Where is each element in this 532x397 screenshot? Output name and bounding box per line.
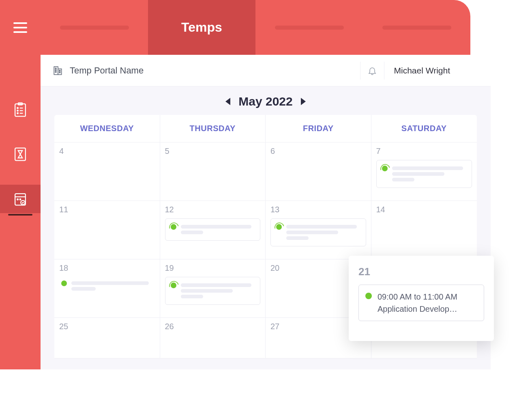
- day-cell[interactable]: 13: [266, 201, 371, 259]
- tab-placeholder-mid[interactable]: [255, 0, 363, 55]
- topbar: Temps: [0, 0, 470, 55]
- tab-placeholder-bar: [60, 26, 129, 30]
- event-chip[interactable]: [376, 160, 472, 188]
- tab-placeholder-left[interactable]: [41, 0, 148, 55]
- day-detail-popup: 21 09:00 AM to 11:00 AM Application Deve…: [349, 256, 494, 341]
- next-month-button[interactable]: [301, 98, 306, 105]
- nav-item-timesheet[interactable]: [0, 140, 41, 168]
- tab-placeholder-bar: [382, 26, 451, 30]
- status-dot-icon: [365, 293, 372, 299]
- event-title: Application Develop…: [378, 303, 457, 315]
- tab-placeholder-bar: [275, 26, 344, 30]
- svg-rect-20: [59, 72, 60, 73]
- popup-day-number: 21: [358, 265, 484, 278]
- event-placeholder-lines: [392, 164, 467, 183]
- status-dot-icon: [276, 224, 282, 230]
- calendar-check-icon: [14, 192, 27, 206]
- prev-month-button[interactable]: [225, 98, 230, 105]
- user-menu[interactable]: Michael Wright: [394, 66, 450, 76]
- event-placeholder-lines: [181, 223, 255, 236]
- day-number: 19: [165, 263, 261, 273]
- day-number: 11: [59, 205, 155, 214]
- day-cell[interactable]: 25: [54, 318, 160, 358]
- weekday-header: FRIDAY: [266, 115, 371, 142]
- day-number: 18: [59, 263, 155, 273]
- day-cell[interactable]: 4: [54, 142, 160, 201]
- event-detail-text: 09:00 AM to 11:00 AM Application Develop…: [378, 291, 457, 315]
- sidebar: [0, 55, 41, 369]
- day-cell[interactable]: 7: [371, 142, 477, 201]
- day-cell[interactable]: 11: [54, 201, 160, 259]
- day-cell[interactable]: 26: [160, 318, 266, 358]
- month-navigation: May 2022: [41, 86, 491, 115]
- status-dot-icon: [382, 165, 388, 172]
- day-number: 25: [59, 322, 155, 331]
- day-number: 12: [165, 205, 261, 214]
- weekday-header: SATURDAY: [371, 115, 477, 142]
- weekday-header: WEDNESDAY: [54, 115, 160, 142]
- status-dot-icon: [170, 282, 177, 289]
- event-chip[interactable]: [165, 218, 261, 241]
- day-number: 4: [59, 147, 155, 156]
- day-number: 7: [376, 147, 472, 156]
- hourglass-icon: [14, 147, 27, 162]
- svg-rect-17: [56, 69, 56, 70]
- svg-rect-16: [56, 68, 56, 69]
- svg-point-6: [17, 113, 18, 114]
- day-cell[interactable]: 19: [160, 259, 266, 318]
- status-dot-icon: [170, 224, 177, 230]
- event-chip: [59, 277, 155, 295]
- event-time: 09:00 AM to 11:00 AM: [378, 291, 457, 303]
- tab-label: Temps: [181, 20, 222, 35]
- day-number: 26: [165, 322, 261, 331]
- tab-placeholder-right[interactable]: [363, 0, 470, 55]
- day-cell[interactable]: 6: [266, 142, 371, 201]
- day-number: 13: [270, 205, 366, 214]
- day-cell[interactable]: 5: [160, 142, 266, 201]
- svg-rect-0: [15, 104, 26, 117]
- building-icon: [53, 65, 63, 76]
- event-placeholder-lines: [181, 281, 255, 300]
- svg-point-4: [17, 110, 18, 111]
- day-cell[interactable]: 14: [371, 201, 477, 259]
- hamburger-icon: [13, 22, 27, 33]
- day-cell[interactable]: 12: [160, 201, 266, 259]
- day-number: 6: [270, 147, 366, 156]
- panel-header: Temp Portal Name Michael Wright: [41, 55, 491, 86]
- day-cell[interactable]: 18: [54, 259, 160, 318]
- svg-point-12: [20, 199, 21, 200]
- checklist-icon: [14, 102, 27, 117]
- month-label: May 2022: [238, 95, 292, 108]
- event-chip[interactable]: [270, 218, 366, 246]
- svg-point-11: [17, 199, 18, 200]
- portal-name: Temp Portal Name: [70, 65, 144, 76]
- nav-item-calendar[interactable]: [0, 185, 41, 213]
- svg-point-2: [17, 108, 18, 109]
- event-detail-card[interactable]: 09:00 AM to 11:00 AM Application Develop…: [358, 285, 484, 321]
- bell-icon: [367, 66, 377, 76]
- day-number: 14: [376, 205, 472, 214]
- svg-rect-18: [56, 71, 56, 72]
- event-placeholder-lines: [71, 279, 153, 293]
- weekday-header: THURSDAY: [160, 115, 266, 142]
- hamburger-menu-button[interactable]: [0, 22, 41, 33]
- tabstrip: Temps: [41, 0, 470, 55]
- event-placeholder-lines: [286, 223, 361, 242]
- status-dot-icon: [61, 280, 67, 287]
- nav-item-list[interactable]: [0, 95, 41, 124]
- day-number: 5: [165, 147, 261, 156]
- weekday-header-row: WEDNESDAY THURSDAY FRIDAY SATURDAY: [54, 115, 477, 142]
- event-chip[interactable]: [165, 277, 261, 305]
- notifications-button[interactable]: [360, 62, 384, 80]
- svg-rect-19: [59, 70, 60, 71]
- tab-temps[interactable]: Temps: [148, 0, 255, 55]
